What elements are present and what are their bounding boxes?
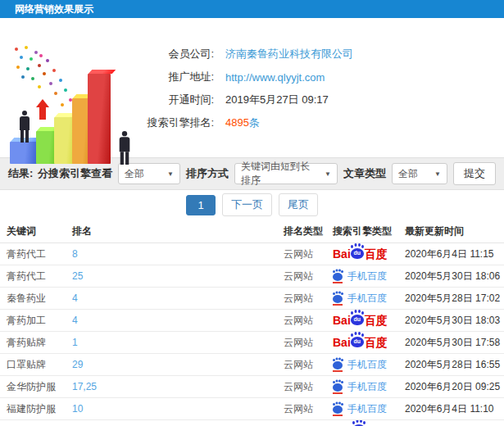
keyword-cell: 口罩贴牌 bbox=[0, 354, 66, 376]
rank-type-cell: 云网站 bbox=[277, 376, 326, 398]
open-time-value: 2019年5月27日 09:17 bbox=[225, 93, 329, 107]
baidu-paw-icon bbox=[333, 295, 343, 303]
engine-cell: 手机百度 bbox=[326, 265, 398, 288]
update-time-cell: 2020年5月30日 18:03 bbox=[398, 310, 504, 332]
keyword-cell: 福建防护服 bbox=[0, 398, 66, 420]
keyword-cell: 秦鲁药业 bbox=[0, 288, 66, 310]
company-info-list: 会员公司: 济南秦鲁药业科技有限公司 推广地址: http://www.qlyy… bbox=[143, 43, 496, 134]
results-table: 关键词 排名 排名类型 搜索引擎类型 最新更新时间 膏药代工8云网站Baidu百… bbox=[0, 220, 504, 420]
chart-bar-red bbox=[88, 74, 111, 164]
company-name-link[interactable]: 济南秦鲁药业科技有限公司 bbox=[225, 47, 353, 61]
baidu-paw-icon bbox=[333, 273, 343, 281]
result-label: 结果: bbox=[8, 166, 33, 181]
table-row: 膏药贴牌1云网站Baidu百度2020年5月30日 17:58 bbox=[0, 332, 504, 354]
next-page-button[interactable]: 下一页 bbox=[222, 193, 272, 216]
baidu-paw-icon bbox=[333, 361, 343, 369]
col-header-keyword: 关键词 bbox=[0, 220, 66, 243]
engine-select-value: 全部 bbox=[125, 167, 144, 181]
baidu-paw-icon: du bbox=[351, 337, 364, 347]
baidu-logo: Baidu百度 bbox=[333, 337, 388, 348]
engine-cell: 手机百度 bbox=[326, 354, 398, 376]
info-row-rank-count: 搜索引擎排名: 4895条 bbox=[143, 111, 496, 134]
chart-bar-blue bbox=[10, 142, 38, 164]
update-time-cell: 2020年5月30日 18:06 bbox=[398, 265, 504, 288]
sort-filter-label: 排序方式 bbox=[186, 166, 229, 181]
update-time-cell: 2020年6月4日 11:10 bbox=[398, 398, 504, 420]
keyword-cell: 膏药贴牌 bbox=[0, 332, 66, 354]
baidu-paw-icon bbox=[333, 383, 343, 392]
filter-controls: 分搜索引擎查看 全部 ▼ 排序方式 关键词由短到长排序 ▼ 文章类型 全部 ▼ … bbox=[38, 162, 496, 185]
pagination: 1 下一页 尾页 bbox=[0, 190, 504, 220]
keyword-cell: 膏药加工 bbox=[0, 310, 66, 332]
sort-select-value: 关键词由短到长排序 bbox=[241, 160, 315, 188]
table-row-partial bbox=[0, 420, 504, 426]
col-header-rank-type: 排名类型 bbox=[277, 220, 326, 243]
engine-filter-label: 分搜索引擎查看 bbox=[38, 166, 112, 181]
promo-url-label: 推广地址: bbox=[143, 70, 214, 84]
rank-type-cell: 云网站 bbox=[277, 354, 326, 376]
type-select[interactable]: 全部 ▼ bbox=[392, 163, 447, 184]
baidu-paw-icon bbox=[333, 406, 343, 414]
page-button-current[interactable]: 1 bbox=[186, 195, 216, 215]
table-row: 秦鲁药业4云网站手机百度2020年5月28日 17:02 bbox=[0, 288, 504, 310]
update-time-cell: 2020年6月20日 09:25 bbox=[398, 376, 504, 398]
rank-count-value: 4895条 bbox=[225, 116, 260, 130]
rank-type-cell: 云网站 bbox=[277, 265, 326, 288]
engine-cell: Baidu百度 bbox=[326, 310, 398, 332]
company-label: 会员公司: bbox=[143, 47, 214, 61]
up-arrow-icon bbox=[36, 99, 49, 120]
table-header-row: 关键词 排名 排名类型 搜索引擎类型 最新更新时间 bbox=[0, 220, 504, 243]
col-header-engine-type: 搜索引擎类型 bbox=[326, 220, 398, 243]
engine-select[interactable]: 全部 ▼ bbox=[118, 163, 180, 184]
chart-illustration bbox=[7, 41, 144, 165]
type-select-value: 全部 bbox=[398, 167, 418, 181]
info-row-open-time: 开通时间: 2019年5月27日 09:17 bbox=[143, 88, 496, 111]
open-time-label: 开通时间: bbox=[143, 93, 214, 107]
update-time-cell: 2020年5月30日 17:58 bbox=[398, 332, 504, 354]
rank-link[interactable]: 4 bbox=[66, 310, 277, 332]
info-row-company: 会员公司: 济南秦鲁药业科技有限公司 bbox=[143, 43, 496, 66]
rank-link[interactable]: 4 bbox=[66, 288, 277, 310]
last-page-button[interactable]: 尾页 bbox=[279, 193, 318, 216]
businessman-icon-right bbox=[120, 131, 130, 165]
chevron-down-icon: ▼ bbox=[325, 170, 331, 178]
table-row: 膏药代工25云网站手机百度2020年5月30日 18:06 bbox=[0, 265, 504, 288]
engine-cell: 手机百度 bbox=[326, 398, 398, 420]
col-header-update-time: 最新更新时间 bbox=[398, 220, 504, 243]
keyword-cell: 金华防护服 bbox=[0, 376, 66, 398]
chevron-down-icon: ▼ bbox=[167, 170, 174, 178]
chevron-down-icon: ▼ bbox=[434, 170, 441, 178]
table-row: 膏药代工8云网站Baidu百度2020年6月4日 11:15 bbox=[0, 243, 504, 265]
baidu-logo: Baidu百度 bbox=[333, 248, 388, 260]
mobile-baidu-logo: 手机百度 bbox=[333, 292, 387, 306]
rank-link[interactable]: 25 bbox=[66, 265, 277, 288]
engine-cell: Baidu百度 bbox=[326, 243, 398, 265]
rank-type-cell: 云网站 bbox=[277, 288, 326, 310]
col-header-rank: 排名 bbox=[66, 220, 277, 243]
sort-select[interactable]: 关键词由短到长排序 ▼ bbox=[234, 163, 338, 184]
page-title: 网络营销效果展示 bbox=[15, 3, 93, 15]
submit-button[interactable]: 提交 bbox=[453, 162, 496, 185]
rank-link[interactable]: 8 bbox=[66, 243, 277, 265]
rank-link[interactable]: 10 bbox=[66, 398, 277, 420]
baidu-paw-icon: du bbox=[351, 315, 364, 325]
top-section: 会员公司: 济南秦鲁药业科技有限公司 推广地址: http://www.qlyy… bbox=[0, 18, 504, 157]
mobile-baidu-logo: 手机百度 bbox=[333, 380, 387, 394]
rank-count-label: 搜索引擎排名: bbox=[143, 116, 214, 130]
keyword-cell: 膏药代工 bbox=[0, 265, 66, 288]
baidu-paw-icon: du bbox=[351, 248, 364, 259]
engine-cell: 手机百度 bbox=[326, 288, 398, 310]
table-row: 口罩贴牌29云网站手机百度2020年5月28日 16:55 bbox=[0, 354, 504, 376]
engine-cell: Baidu百度 bbox=[326, 332, 398, 354]
rank-link[interactable]: 29 bbox=[66, 354, 277, 376]
rank-link[interactable]: 17,25 bbox=[66, 376, 277, 398]
rank-type-cell: 云网站 bbox=[277, 398, 326, 420]
rank-link[interactable]: 1 bbox=[66, 332, 277, 354]
update-time-cell: 2020年6月4日 11:15 bbox=[398, 243, 504, 265]
rank-type-cell: 云网站 bbox=[277, 243, 326, 265]
rank-type-cell: 云网站 bbox=[277, 310, 326, 332]
engine-cell: 手机百度 bbox=[326, 376, 398, 398]
promo-url-link[interactable]: http://www.qlyyjt.com bbox=[225, 71, 325, 84]
table-row: 福建防护服10云网站手机百度2020年6月4日 11:10 bbox=[0, 398, 504, 420]
table-row: 膏药加工4云网站Baidu百度2020年5月30日 18:03 bbox=[0, 310, 504, 332]
